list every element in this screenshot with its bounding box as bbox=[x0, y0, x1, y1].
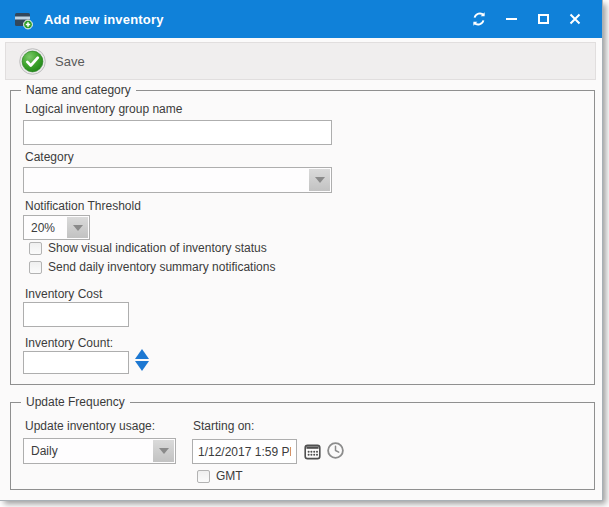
daily-summary-row: Send daily inventory summary notificatio… bbox=[29, 260, 275, 274]
threshold-combobox[interactable]: 20% bbox=[23, 215, 90, 240]
group-name-label: Logical inventory group name bbox=[25, 102, 182, 116]
minimize-icon bbox=[506, 18, 517, 20]
gmt-checkbox[interactable] bbox=[197, 470, 210, 483]
usage-dropdown-button[interactable] bbox=[153, 440, 174, 462]
category-dropdown-button[interactable] bbox=[309, 169, 330, 191]
toolbar: Save bbox=[5, 42, 596, 80]
spinner-down-icon[interactable] bbox=[135, 361, 149, 371]
spinner-up-icon[interactable] bbox=[135, 349, 149, 359]
inventory-count-spinner bbox=[135, 349, 149, 371]
group-name-input[interactable] bbox=[23, 120, 332, 145]
name-category-legend: Name and category bbox=[21, 83, 136, 97]
save-button[interactable]: Save bbox=[16, 45, 93, 78]
threshold-dropdown-button[interactable] bbox=[67, 217, 88, 238]
threshold-label: Notification Threshold bbox=[25, 199, 141, 213]
inventory-add-app-icon bbox=[12, 8, 34, 30]
inventory-cost-input[interactable] bbox=[23, 302, 129, 327]
inventory-count-label: Inventory Count: bbox=[25, 336, 113, 350]
update-frequency-legend: Update Frequency bbox=[21, 395, 130, 409]
time-picker-button[interactable] bbox=[326, 441, 345, 460]
visual-indication-checkbox[interactable] bbox=[29, 242, 42, 255]
window-title: Add new inventory bbox=[44, 12, 164, 27]
gmt-row: GMT bbox=[197, 469, 243, 483]
inventory-count-input[interactable] bbox=[23, 351, 129, 374]
maximize-icon bbox=[538, 14, 549, 24]
visual-indication-row: Show visual indication of inventory stat… bbox=[29, 241, 267, 255]
name-category-group: Name and category Logical inventory grou… bbox=[10, 90, 595, 385]
add-inventory-dialog: Add new inventory bbox=[0, 0, 602, 500]
daily-summary-label: Send daily inventory summary notificatio… bbox=[48, 260, 275, 274]
close-icon bbox=[569, 13, 581, 25]
update-frequency-group: Update Frequency Update inventory usage:… bbox=[10, 402, 595, 490]
category-label: Category bbox=[25, 150, 74, 164]
starting-on-input[interactable] bbox=[192, 439, 297, 464]
threshold-value: 20% bbox=[31, 221, 55, 235]
calendar-picker-button[interactable] bbox=[303, 442, 321, 460]
usage-combobox[interactable]: Daily bbox=[23, 438, 176, 464]
titlebar-buttons bbox=[470, 0, 584, 38]
inventory-cost-label: Inventory Cost bbox=[25, 287, 102, 301]
save-label: Save bbox=[55, 54, 85, 69]
refresh-icon bbox=[471, 11, 487, 27]
gmt-label: GMT bbox=[216, 469, 243, 483]
calendar-icon bbox=[304, 443, 321, 460]
starting-on-label: Starting on: bbox=[193, 419, 254, 433]
chevron-down-icon bbox=[159, 448, 169, 454]
refresh-button[interactable] bbox=[470, 10, 488, 28]
chevron-down-icon bbox=[73, 225, 83, 231]
usage-label: Update inventory usage: bbox=[25, 419, 155, 433]
close-button[interactable] bbox=[566, 10, 584, 28]
category-combobox[interactable] bbox=[23, 167, 332, 193]
save-check-icon bbox=[19, 48, 46, 75]
minimize-button[interactable] bbox=[502, 10, 520, 28]
daily-summary-checkbox[interactable] bbox=[29, 261, 42, 274]
visual-indication-label: Show visual indication of inventory stat… bbox=[48, 241, 267, 255]
maximize-button[interactable] bbox=[534, 10, 552, 28]
chevron-down-icon bbox=[315, 177, 325, 183]
clock-icon bbox=[326, 441, 345, 460]
titlebar: Add new inventory bbox=[0, 0, 602, 38]
usage-value: Daily bbox=[31, 444, 58, 458]
